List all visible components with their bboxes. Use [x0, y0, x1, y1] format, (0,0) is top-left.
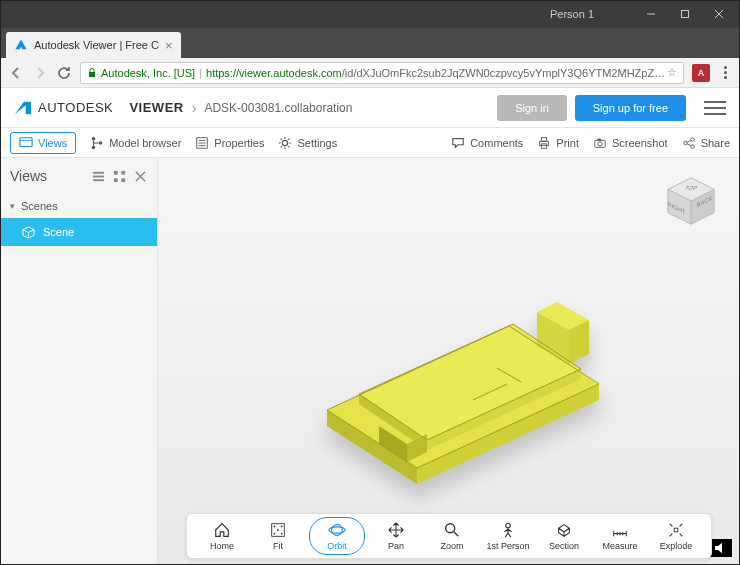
tab-close-icon[interactable]: ×	[165, 38, 173, 53]
cube-icon	[22, 226, 35, 239]
nav-forward-icon[interactable]	[32, 65, 48, 81]
tab-title: Autodesk Viewer | Free C	[34, 39, 159, 51]
measure-tool[interactable]: Measure	[595, 521, 645, 551]
svg-point-21	[683, 141, 687, 145]
section-icon	[555, 521, 573, 539]
url-host: viewer.autodesk.com	[239, 67, 342, 79]
app-header: AUTODESK VIEWER › ADSK-003081.collaborat…	[0, 88, 740, 128]
home-tool[interactable]: Home	[197, 521, 247, 551]
orbit-icon	[328, 521, 346, 539]
comments-tool[interactable]: Comments	[451, 136, 523, 150]
print-tool[interactable]: Print	[537, 136, 579, 150]
views-sidebar: Views Scenes Scene	[0, 158, 158, 565]
svg-point-56	[281, 526, 283, 528]
model-browser-tool[interactable]: Model browser	[90, 136, 181, 150]
nav-reload-icon[interactable]	[56, 65, 72, 81]
svg-point-64	[506, 523, 511, 528]
svg-point-23	[690, 144, 694, 148]
chevron-right-icon: ›	[192, 100, 197, 116]
window-close[interactable]	[702, 3, 736, 25]
pan-tool[interactable]: Pan	[371, 521, 421, 551]
comment-icon	[451, 136, 465, 150]
svg-point-7	[92, 136, 96, 140]
svg-point-58	[281, 533, 283, 535]
svg-rect-1	[682, 11, 689, 18]
3d-model	[269, 284, 629, 504]
svg-point-62	[446, 524, 455, 533]
pan-icon	[387, 521, 405, 539]
list-icon	[195, 136, 209, 150]
bookmark-star-icon[interactable]: ☆	[667, 66, 677, 79]
share-tool[interactable]: Share	[682, 136, 730, 150]
properties-tool[interactable]: Properties	[195, 136, 264, 150]
svg-point-55	[274, 526, 276, 528]
orbit-tool[interactable]: Orbit	[309, 517, 365, 555]
sidebar-section-scenes[interactable]: Scenes	[0, 194, 157, 218]
explode-icon	[667, 521, 685, 539]
sidebar-item-scene[interactable]: Scene	[0, 218, 157, 246]
screenshot-tool[interactable]: Screenshot	[593, 136, 668, 150]
autodesk-viewer-app: AUTODESK VIEWER › ADSK-003081.collaborat…	[0, 88, 740, 565]
svg-rect-16	[542, 137, 547, 141]
url-path: /id/dXJuOmFkc2sub2JqZWN0czpvcy5vYmplY3Q6…	[342, 67, 667, 79]
grid-view-icon[interactable]	[113, 170, 126, 183]
window-maximize[interactable]	[668, 3, 702, 25]
svg-point-60	[332, 525, 343, 536]
window-minimize[interactable]	[634, 3, 668, 25]
nav-back-icon[interactable]	[8, 65, 24, 81]
settings-tool[interactable]: Settings	[278, 136, 337, 150]
measure-icon	[611, 521, 629, 539]
zoom-tool[interactable]: Zoom	[427, 521, 477, 551]
workspace: Views Scenes Scene	[0, 158, 740, 565]
url-scheme: https://	[206, 67, 239, 79]
svg-rect-30	[121, 170, 125, 174]
svg-rect-32	[121, 178, 125, 182]
svg-point-59	[277, 529, 279, 531]
home-icon	[213, 521, 231, 539]
share-icon	[682, 136, 696, 150]
svg-rect-4	[89, 72, 95, 77]
svg-point-9	[99, 141, 103, 145]
autodesk-logo[interactable]: AUTODESK VIEWER	[14, 99, 184, 117]
fit-tool[interactable]: Fit	[253, 521, 303, 551]
views-tool[interactable]: Views	[10, 132, 76, 154]
tree-icon	[90, 136, 104, 150]
svg-rect-31	[114, 178, 118, 182]
sign-up-button[interactable]: Sign up for free	[575, 95, 686, 121]
pdf-extension-icon[interactable]: A	[692, 64, 710, 82]
fit-icon	[269, 521, 287, 539]
browser-addressbar: Autodesk, Inc. [US] | https://viewer.aut…	[0, 58, 740, 88]
svg-point-57	[274, 533, 276, 535]
section-tool[interactable]: Section	[539, 521, 589, 551]
svg-point-22	[690, 137, 694, 141]
browser-tab[interactable]: Autodesk Viewer | Free C ×	[6, 32, 181, 58]
svg-line-25	[687, 143, 691, 145]
sidebar-title: Views	[0, 158, 157, 194]
svg-line-63	[454, 532, 459, 537]
gear-icon	[278, 136, 292, 150]
sidebar-close-icon[interactable]	[134, 170, 147, 183]
svg-rect-29	[114, 170, 118, 174]
hamburger-menu-icon[interactable]	[704, 97, 726, 119]
svg-point-14	[283, 140, 288, 145]
url-input[interactable]: Autodesk, Inc. [US] | https://viewer.aut…	[80, 62, 684, 84]
viewcube[interactable]: TOP RIGHT BACK	[662, 172, 720, 230]
app-toolbar: Views Model browser Properties Settings …	[0, 128, 740, 158]
sign-in-button[interactable]: Sign in	[497, 95, 567, 121]
window-titlebar: Person 1	[0, 0, 740, 28]
svg-point-8	[92, 145, 96, 149]
zoom-icon	[443, 521, 461, 539]
breadcrumb-file[interactable]: ADSK-003081.collaboration	[204, 101, 352, 115]
svg-rect-20	[597, 138, 601, 140]
persona-label[interactable]: Person 1	[550, 8, 594, 20]
person-icon	[499, 521, 517, 539]
autodesk-logo-icon	[14, 99, 32, 117]
first-person-tool[interactable]: 1st Person	[483, 521, 533, 551]
3d-viewport[interactable]: TOP RIGHT BACK	[158, 158, 740, 565]
list-view-icon[interactable]	[92, 170, 105, 183]
browser-menu-icon[interactable]	[718, 66, 732, 79]
autodesk-favicon-icon	[14, 38, 28, 52]
explode-tool[interactable]: Explode	[651, 521, 701, 551]
ssl-lock-icon: Autodesk, Inc. [US]	[87, 67, 195, 79]
view-controls-toolbar: Home Fit Orbit Pan Zoom	[186, 513, 712, 559]
